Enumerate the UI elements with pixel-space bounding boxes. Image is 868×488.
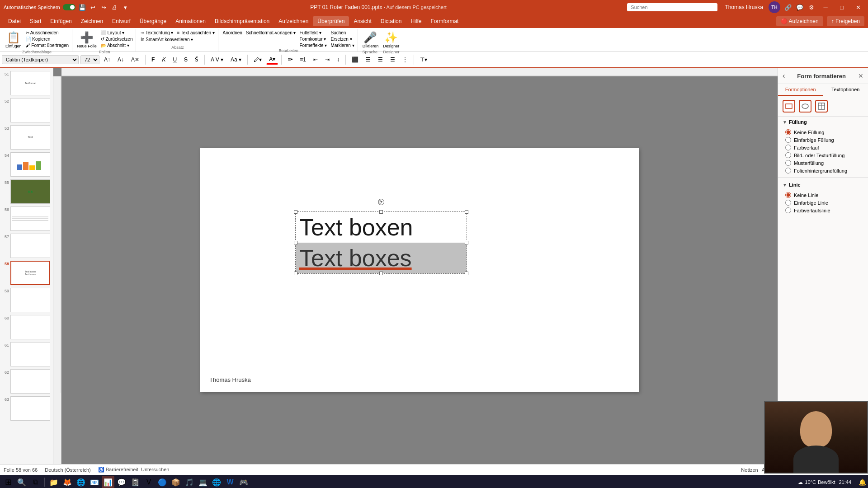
line-option-solid[interactable]: Einfarbige Linie — [785, 200, 861, 206]
textbox-selection[interactable]: Text boxen Text boxes — [295, 211, 467, 274]
indent-more-button[interactable]: ⇥ — [322, 55, 332, 64]
filling-option-picture[interactable]: Bild- oder Texturfüllung — [785, 152, 861, 158]
handle-middle-left[interactable] — [294, 241, 297, 244]
smartart-button[interactable]: In SmartArt konvertieren ▾ — [139, 37, 194, 42]
notes-button[interactable]: Notizen — [741, 467, 758, 473]
cut-button[interactable]: ✂ Ausschneiden — [24, 30, 71, 36]
shape-icon-circle[interactable] — [799, 100, 811, 113]
close-button[interactable]: ✕ — [852, 1, 864, 14]
justify-button[interactable]: ☰ — [387, 55, 398, 64]
shape-icon-rect[interactable] — [783, 100, 795, 113]
slide-thumb-58[interactable]: 58 Text boxenText boxes — [1, 260, 52, 286]
word-button[interactable]: W — [224, 476, 236, 488]
align-left-button[interactable]: ⬛ — [349, 55, 361, 64]
slide-thumb-51[interactable]: 51 Textformat — [1, 70, 52, 96]
indent-less-button[interactable]: ⇤ — [311, 55, 321, 64]
menu-aufzeichnen-btn[interactable]: 🔴 Aufzeichnen — [776, 16, 823, 26]
shape-icon-table[interactable] — [815, 100, 828, 113]
menu-aufzeichnen[interactable]: Aufzeichnen — [274, 16, 313, 26]
menu-ansicht[interactable]: Ansicht — [349, 16, 376, 26]
minimize-button[interactable]: ─ — [819, 1, 832, 14]
user-avatar[interactable]: TH — [769, 1, 780, 13]
schnellformat-button[interactable]: Schnellformat-vorlagen ▾ — [245, 30, 297, 36]
maximize-button[interactable]: □ — [835, 1, 848, 14]
slide-thumb-57[interactable]: 57 — [1, 233, 52, 259]
notification-icon[interactable]: 🔔 — [859, 479, 866, 486]
teams-button[interactable]: 💬 — [115, 476, 128, 488]
markieren-button[interactable]: Markieren ▾ — [329, 42, 355, 48]
menu-zeichnen[interactable]: Zeichnen — [76, 16, 108, 26]
text-direction-button[interactable]: ⇥ Textrichtung ▾ — [139, 30, 175, 36]
menu-einfügen[interactable]: Einfügen — [46, 16, 76, 26]
font-family-select[interactable]: Calibri (Textkörper) — [2, 55, 79, 64]
dictate-button[interactable]: 🎤Diktieren — [361, 30, 381, 50]
handle-middle-right[interactable] — [465, 241, 468, 244]
outlook-button[interactable]: 📧 — [88, 476, 101, 488]
slide-canvas[interactable]: ⟳ Text boxen Text boxes — [200, 148, 639, 392]
ersetzen-button[interactable]: Ersetzen ▾ — [329, 36, 355, 42]
filezilla-button[interactable]: 📦 — [170, 476, 182, 488]
firefox-button[interactable]: 🦊 — [61, 476, 74, 488]
more-icon[interactable]: ▾ — [122, 3, 130, 11]
numbering-button[interactable]: ≡1 — [297, 55, 309, 64]
text-line1[interactable]: Text boxen — [296, 212, 467, 243]
line-option-gradient[interactable]: Farbverlaufslinie — [785, 207, 861, 213]
taskview-button[interactable]: ⧉ — [29, 476, 42, 488]
menu-entwurf[interactable]: Entwurf — [108, 16, 135, 26]
canvas-area[interactable]: ⟳ Text boxen Text boxes — [53, 68, 778, 464]
handle-bottom-left[interactable] — [294, 272, 297, 275]
suchen-button[interactable]: Suchen — [329, 30, 355, 36]
game-button[interactable]: 🎮 — [237, 476, 250, 488]
clear-format-button[interactable]: A✕ — [128, 55, 142, 64]
menu-datei[interactable]: Datei — [4, 16, 25, 26]
menu-animationen[interactable]: Animationen — [171, 16, 210, 26]
slide-thumb-61[interactable]: 61 — [1, 341, 52, 367]
format-transfer-button[interactable]: 🖌 Format übertragen — [24, 42, 71, 48]
menu-überprüfen[interactable]: Überprüfen — [313, 16, 349, 26]
powerpoint-button[interactable]: 📊 — [102, 476, 114, 488]
section-filling-header[interactable]: ▼ Füllung — [778, 117, 868, 127]
rdp-button[interactable]: 💻 — [197, 476, 209, 488]
slide-thumb-54[interactable]: 54 — [1, 151, 52, 178]
redo-icon[interactable]: ↪ — [100, 3, 108, 11]
highlight-color-button[interactable]: 🖊▾ — [251, 55, 264, 64]
formkontur-button[interactable]: Formkontur ▾ — [298, 36, 328, 42]
bullets-button[interactable]: ≡• — [285, 55, 295, 64]
filling-option-none[interactable]: Keine Füllung — [785, 129, 861, 135]
spotify-button[interactable]: 🎵 — [183, 476, 196, 488]
section-line-header[interactable]: ▼ Linie — [778, 179, 868, 190]
print-icon[interactable]: 🖨 — [111, 3, 119, 11]
char-spacing-button[interactable]: A V ▾ — [208, 55, 226, 64]
align-center-button[interactable]: ☰ — [363, 55, 373, 64]
font-color-button[interactable]: A▾ — [266, 55, 278, 65]
bold-button[interactable]: F — [149, 55, 157, 64]
tab-formoptionen[interactable]: Formoptionen — [778, 84, 823, 96]
layout-button[interactable]: ⬜ Layout ▾ — [99, 30, 134, 36]
handle-bottom-right[interactable] — [465, 272, 468, 275]
accessibility-check[interactable]: ♿ Barrierefreiheit: Untersuchen — [98, 467, 170, 473]
undo-icon[interactable]: ↩ — [89, 3, 97, 11]
increase-font-button[interactable]: A↑ — [101, 55, 113, 64]
tab-textoptionen[interactable]: Textoptionen — [823, 84, 868, 96]
menu-dictation[interactable]: Dictation — [376, 16, 406, 26]
change-case-button[interactable]: Aa ▾ — [228, 55, 244, 64]
anordnen-button[interactable]: Anordnen — [221, 30, 243, 36]
menu-freigeben-btn[interactable]: ↑ Freigeben — [827, 16, 864, 26]
slide-thumb-52[interactable]: 52 — [1, 97, 52, 123]
copy-button[interactable]: 📄 Kopieren — [24, 36, 71, 42]
handle-top-left[interactable] — [294, 210, 297, 214]
start-button[interactable]: ⊞ — [2, 476, 14, 488]
filling-option-slide-bg[interactable]: Folienhintergrundfüllung — [785, 168, 861, 174]
slide-thumb-55[interactable]: 55 🌲🌲 — [1, 178, 52, 205]
chrome-button[interactable]: 🌐 — [75, 476, 87, 488]
textbox-wrapper[interactable]: ⟳ Text boxen Text boxes — [295, 211, 467, 274]
vertical-align-button[interactable]: ⊤▾ — [417, 55, 430, 64]
menu-hilfe[interactable]: Hilfe — [406, 16, 426, 26]
text-line2[interactable]: Text boxes — [296, 243, 467, 273]
settings-icon[interactable]: ⚙ — [807, 3, 816, 11]
reset-button[interactable]: ↺ Zurücksetzen — [99, 36, 134, 42]
browser2-button[interactable]: 🌐 — [210, 476, 223, 488]
panel-back-icon[interactable]: ‹ — [783, 72, 785, 80]
filling-option-solid[interactable]: Einfarbige Füllung — [785, 137, 861, 143]
slide-thumb-53[interactable]: 53 Text — [1, 124, 52, 150]
